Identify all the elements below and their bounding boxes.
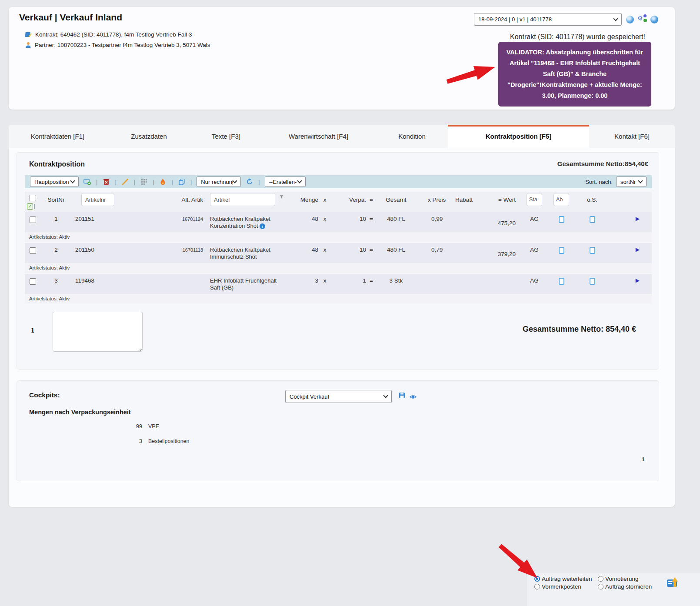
position-note-textarea[interactable]	[53, 312, 143, 352]
sort-zone: Sort. nach: sortNr	[585, 176, 647, 187]
version-select[interactable]: 18-09-2024 | 0 | v1 | 4011778	[474, 13, 622, 26]
refresh-icon[interactable]	[246, 178, 253, 186]
chevron-down-icon	[383, 393, 388, 398]
cell-artikel: Rotbäckchen Kraftpaket Konzentration Sho…	[203, 216, 281, 232]
partner-person-icon	[25, 42, 31, 48]
process-settings-icon[interactable]: ⚙	[637, 14, 647, 22]
cell-artikelnr: 201150	[72, 246, 124, 263]
tab-kontraktposition[interactable]: Kontraktposition [F5]	[448, 125, 589, 148]
os-checkbox-icon[interactable]	[590, 247, 595, 254]
lookup-icon[interactable]	[626, 16, 634, 23]
select-all-confirm-icon[interactable]: ✓	[27, 203, 38, 210]
status-filter-input[interactable]	[527, 193, 542, 206]
radio-icon	[534, 584, 540, 589]
ab-filter-input[interactable]	[553, 193, 569, 206]
cockpit-panel: Cockpits: Cockpit Verkauf Mengen nach Ve…	[17, 380, 659, 481]
chevron-down-icon	[613, 16, 618, 21]
cell-sortnr: 3	[40, 277, 72, 294]
table-row[interactable]: 1 201151 16701124 Rotbäckchen Kraftpaket…	[25, 212, 652, 232]
view-cockpit-eye-icon[interactable]	[410, 393, 417, 401]
cell-x: x	[318, 246, 331, 263]
chevron-down-icon	[233, 178, 237, 183]
artikelstatus-line: Artikelstatus: Aktiv	[25, 263, 652, 273]
grid-options-icon[interactable]	[140, 178, 148, 186]
cell-artikel: Rotbäckchen Kraftpaket Immunschutz Shot	[203, 246, 281, 263]
expand-row-arrow-icon[interactable]: ▶	[610, 246, 652, 263]
col-os: o.S.	[575, 195, 610, 212]
ab-checkbox-icon[interactable]	[559, 278, 564, 285]
row-checkbox[interactable]	[30, 216, 36, 223]
tab-kontakt[interactable]: Kontakt [F6]	[589, 125, 675, 148]
toolbar-separator: |	[153, 179, 154, 185]
row-checkbox[interactable]	[30, 278, 36, 285]
col-eq: =	[366, 195, 377, 212]
gear-dot-green	[643, 19, 647, 22]
cell-artikelnr: 119468	[72, 277, 124, 294]
cell-alt-artikel: 16701118	[124, 246, 203, 263]
artikel-filter-input[interactable]	[210, 193, 275, 206]
flame-icon[interactable]	[159, 178, 167, 186]
expand-row-arrow-icon[interactable]: ▶	[610, 277, 652, 294]
info-icon[interactable]: i	[260, 223, 265, 229]
saved-message: Kontrakt (SID: 4011778) wurde gespeicher…	[510, 33, 645, 41]
select-all-checkbox[interactable]	[30, 195, 36, 201]
tab-kondition[interactable]: Kondition	[376, 125, 448, 148]
forward-order-icon[interactable]	[666, 576, 679, 590]
os-checkbox-icon[interactable]	[590, 216, 595, 223]
table-row[interactable]: 3 119468 EHR Infoblatt Fruchtgehalt Saft…	[25, 274, 652, 294]
edit-position-icon[interactable]	[121, 178, 129, 186]
filter-funnel-icon[interactable]	[280, 194, 283, 200]
kontraktposition-panel: Kontraktposition Gesamtsumme Netto:854,4…	[17, 152, 659, 370]
add-position-icon[interactable]	[83, 178, 91, 186]
partner-text: Partner: 108700223 - Testpartner f4m Tes…	[35, 42, 210, 48]
globe-icon[interactable]	[650, 16, 658, 23]
cell-eq: =	[366, 246, 377, 263]
cockpit-select[interactable]: Cockpit Verkauf	[285, 390, 392, 403]
cell-sortnr: 1	[40, 216, 72, 232]
cell-eq: =	[366, 216, 377, 232]
order-action-strip: Auftrag weiterleiten Vornotierung Vormer…	[527, 573, 700, 606]
tab-warenwirtschaft[interactable]: Warenwirtschaft [F4]	[261, 125, 376, 148]
create-select[interactable]: --Erstellen-	[265, 176, 306, 187]
cell-menge: 48	[283, 216, 318, 232]
cell-preis: 0,79	[416, 246, 448, 263]
cell-rabatt	[448, 246, 480, 263]
expand-row-arrow-icon[interactable]: ▶	[610, 216, 652, 232]
col-wert: = Wert	[480, 195, 521, 212]
copy-position-icon[interactable]	[178, 178, 186, 186]
cell-menge: 48	[283, 246, 318, 263]
tab-zusatzdaten[interactable]: Zusatzdaten	[107, 125, 191, 148]
tab-kontraktdaten[interactable]: Kontraktdaten [F1]	[9, 125, 107, 148]
cell-gesamt: 480 FL	[377, 246, 416, 263]
toolbar-separator: |	[115, 179, 116, 185]
radio-auftrag-weiterleiten[interactable]: Auftrag weiterleiten	[534, 575, 598, 583]
artikelstatus-line: Artikelstatus: Aktiv	[25, 294, 652, 304]
radio-icon	[598, 576, 603, 582]
sort-select[interactable]: sortNr	[616, 176, 647, 187]
invoice-filter-select[interactable]: Nur rechnung	[197, 176, 241, 187]
ab-checkbox-icon[interactable]	[559, 247, 564, 254]
kontrakt-text: Kontrakt: 649462 (SID: 4011778), f4m Tes…	[35, 31, 192, 38]
col-preis: x Preis	[416, 195, 448, 212]
cell-gesamt: 480 FL	[377, 216, 416, 232]
table-row[interactable]: 2 201150 16701118 Rotbäckchen Kraftpaket…	[25, 243, 652, 263]
radio-vormerkposten[interactable]: Vormerkposten	[534, 583, 598, 590]
cell-alt-artikel: 16701124	[124, 216, 203, 232]
tab-texte[interactable]: Texte [F3]	[191, 125, 261, 148]
total-netto-footer: Gesamtsumme Netto: 854,40 €	[523, 325, 636, 334]
ab-checkbox-icon[interactable]	[559, 216, 564, 223]
table-header: ✓ SortNr Alt. Artik Menge x Verpa. = Ges…	[25, 192, 652, 212]
col-verpa: Verpa.	[331, 195, 366, 212]
col-menge: Menge	[283, 195, 318, 212]
metric-vpe: 99 VPE	[29, 423, 159, 430]
position-type-select[interactable]: Hauptposition	[30, 176, 79, 187]
row-checkbox[interactable]	[30, 247, 36, 254]
artikelstatus-line: Artikelstatus: Aktiv	[25, 232, 652, 242]
toolbar-separator: |	[258, 179, 260, 185]
delete-position-icon[interactable]	[102, 178, 110, 186]
os-checkbox-icon[interactable]	[590, 278, 595, 285]
save-cockpit-icon[interactable]	[399, 392, 405, 400]
artikelnr-filter-input[interactable]	[81, 193, 114, 206]
cell-alt-artikel	[124, 277, 203, 294]
cell-verpa: 1	[331, 277, 366, 294]
